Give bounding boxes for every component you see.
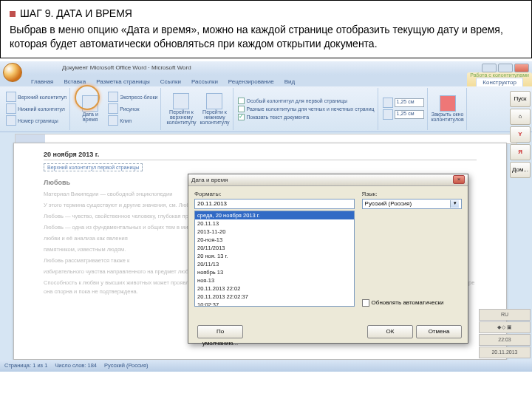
status-page[interactable]: Страница: 1 из 1 <box>4 362 47 369</box>
tab-layout[interactable]: Разметка страницы <box>92 77 154 86</box>
header-icon <box>6 92 16 102</box>
default-button[interactable]: По умолчанию... <box>197 325 243 338</box>
format-listbox[interactable]: среда, 20 ноября 2013 г. 20.11.13 2013-1… <box>194 211 355 307</box>
ok-button[interactable]: ОК <box>367 325 413 338</box>
margin-top-icon <box>383 98 393 108</box>
close-header-footer-button[interactable]: Закрыть окно колонтитулов <box>432 89 463 129</box>
header-button[interactable]: Верхний колонтитул <box>6 92 66 102</box>
format-textbox[interactable]: 20.11.2013 <box>194 199 355 209</box>
checkbox-icon <box>238 98 245 104</box>
tray-time[interactable]: 22:03 <box>479 334 531 346</box>
dialog-titlebar[interactable]: Дата и время × <box>188 174 468 186</box>
date-time-dialog: Дата и время × Форматы: 20.11.2013 среда… <box>188 174 468 344</box>
side-button[interactable]: Пуск <box>510 91 531 107</box>
bullet-icon <box>10 11 16 17</box>
tab-references[interactable]: Ссылки <box>156 77 185 86</box>
slide-body: Выбрав в меню опцию «Дата и время», можн… <box>10 23 522 52</box>
list-item[interactable]: ноябрь 13 <box>195 268 354 276</box>
chevron-down-icon: ▾ <box>450 200 459 208</box>
tab-home[interactable]: Главная <box>27 77 58 86</box>
status-lang[interactable]: Русский (Россия) <box>104 362 149 369</box>
list-item[interactable]: 20-ноя-13 <box>195 236 354 244</box>
tray-date[interactable]: 20.11.2013 <box>479 347 531 358</box>
page-number-icon <box>6 115 16 126</box>
footer-margin-spinner[interactable]: 1,25 см <box>395 110 424 119</box>
dialog-close-button[interactable]: × <box>453 175 465 184</box>
slide-instruction-block: ШАГ 9. ДАТА И ВРЕМЯ Выбрав в меню опцию … <box>0 0 532 58</box>
list-item[interactable]: 20/11/2013 <box>195 244 354 252</box>
list-item[interactable]: среда, 20 ноября 2013 г. <box>195 211 354 219</box>
goto-footer-button[interactable]: Перейти к нижнему колонтитулу <box>199 89 230 129</box>
odd-even-option[interactable]: Разные колонтитулы для четных и нечетных… <box>238 106 374 112</box>
header-margin-spinner[interactable]: 1,25 см <box>395 98 424 107</box>
close-icon <box>440 95 456 112</box>
quick-parts-button[interactable]: Экспресс-блоки <box>108 92 157 102</box>
side-button[interactable]: Я <box>510 144 531 160</box>
list-item[interactable]: 20/11/13 <box>195 260 354 268</box>
window-title: Документ Microsoft Office Word · Microso… <box>62 64 191 71</box>
context-group-label: Работа с колонтитулами <box>470 72 529 78</box>
slide-title: ШАГ 9. ДАТА И ВРЕМЯ <box>20 7 132 19</box>
ribbon: Верхний колонтитул Нижний колонтитул Ном… <box>0 86 532 132</box>
checkbox-icon <box>238 106 245 112</box>
checkbox-icon <box>362 299 369 307</box>
tab-mailings[interactable]: Рассылки <box>187 77 222 86</box>
goto-header-button[interactable]: Перейти к верхнему колонтитулу <box>166 89 197 129</box>
header-divider <box>44 160 477 160</box>
page-number-button[interactable]: Номер страницы <box>6 115 66 126</box>
status-words[interactable]: Число слов: 184 <box>55 362 97 369</box>
clip-icon <box>108 115 118 126</box>
maximize-button[interactable] <box>498 64 513 72</box>
contextual-tab-group: Работа с колонтитулами Конструктор <box>467 72 532 86</box>
status-bar: Страница: 1 из 1 Число слов: 184 Русский… <box>0 360 532 372</box>
window-titlebar: Документ Microsoft Office Word · Microso… <box>0 61 532 75</box>
tab-view[interactable]: Вид <box>280 77 299 86</box>
checkbox-checked-icon <box>238 114 245 120</box>
office-button[interactable] <box>3 63 22 82</box>
picture-button[interactable]: Рисунок <box>108 103 157 114</box>
lang-indicator[interactable]: RU <box>479 309 531 321</box>
side-button[interactable]: Дом... <box>510 162 531 178</box>
cancel-button[interactable]: Отмена <box>416 325 462 338</box>
tray-icons[interactable]: ◆ ◇ ▣ <box>479 321 531 333</box>
margin-bottom-icon <box>383 109 393 120</box>
system-tray: RU ◆ ◇ ▣ 22:03 20.11.2013 <box>479 309 531 358</box>
footer-icon <box>6 103 16 114</box>
list-item[interactable]: 20 ноя. 13 г. <box>195 252 354 260</box>
auto-update-checkbox[interactable]: Обновлять автоматически <box>362 225 462 307</box>
tab-design[interactable]: Конструктор <box>476 78 523 86</box>
side-button[interactable]: Y <box>510 126 531 143</box>
clip-button[interactable]: Клип <box>108 115 157 126</box>
language-combo[interactable]: Русский (Россия) ▾ <box>362 199 462 209</box>
first-page-option[interactable]: Особый колонтитул для первой страницы <box>238 98 374 104</box>
list-item[interactable]: 10:02:37 <box>195 301 354 307</box>
list-item[interactable]: 20.11.2013 22:02 <box>195 284 354 293</box>
picture-icon <box>108 103 118 114</box>
dialog-title: Дата и время <box>191 177 228 183</box>
word-screenshot: Документ Microsoft Office Word · Microso… <box>0 61 532 372</box>
header-region-tab: Верхний колонтитул первой страницы <box>44 163 143 171</box>
browser-side-toolbar: Пуск ⌂ Y Я Дом... <box>510 91 531 178</box>
goto-footer-icon <box>206 93 222 109</box>
callout-highlight-icon <box>75 85 100 110</box>
show-text-option[interactable]: Показать текст документа <box>238 114 374 120</box>
list-item[interactable]: ноя-13 <box>195 276 354 284</box>
goto-header-icon <box>173 93 189 109</box>
list-item[interactable]: 2013-11-20 <box>195 228 354 236</box>
page-header-date: 20 ноября 2013 г. <box>44 151 477 158</box>
side-button[interactable]: ⌂ <box>510 109 531 125</box>
list-item[interactable]: 20.11.13 <box>195 219 354 228</box>
close-window-button[interactable] <box>514 64 529 72</box>
language-label: Язык: <box>362 191 462 197</box>
footer-button[interactable]: Нижний колонтитул <box>6 103 66 114</box>
tab-review[interactable]: Рецензирование <box>224 77 279 86</box>
date-time-button[interactable]: Дата и время <box>75 89 106 129</box>
minimize-button[interactable] <box>482 64 497 72</box>
format-label: Форматы: <box>194 191 355 197</box>
quick-parts-icon <box>108 92 118 102</box>
list-item[interactable]: 20.11.2013 22:02:37 <box>195 293 354 301</box>
ribbon-tabs: Главная Вставка Разметка страницы Ссылки… <box>0 75 532 86</box>
